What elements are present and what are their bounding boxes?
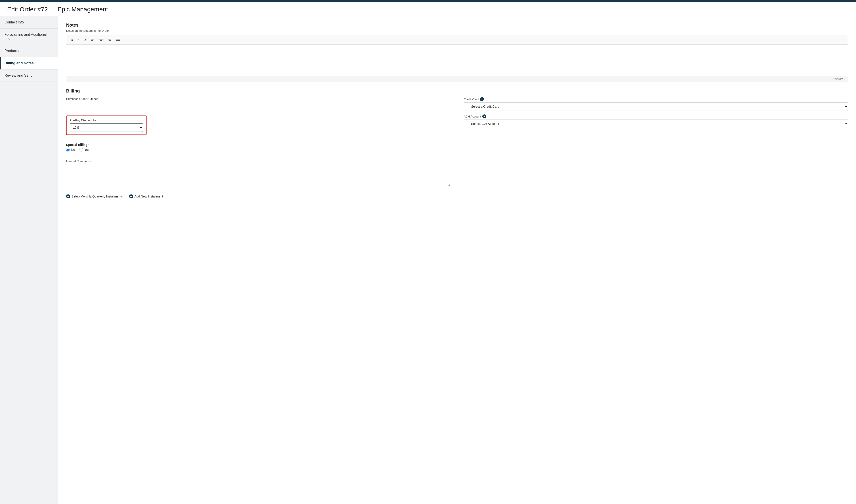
internal-comments-label: Internal Comments [66, 160, 450, 163]
justify-button[interactable] [114, 37, 122, 43]
sidebar: Contact Info Forecasting and Additional … [0, 16, 58, 504]
ach-select[interactable]: — Select ACH Account — [464, 120, 848, 128]
internal-comments-textarea[interactable] [66, 164, 450, 186]
word-count: Words: 0 [834, 77, 845, 80]
align-left-button[interactable] [89, 37, 96, 43]
rte-container: B I U [66, 35, 848, 82]
special-billing-radios: No Yes [66, 148, 450, 151]
top-bar [0, 0, 856, 2]
purchase-order-group: Purchase Order Number [66, 97, 450, 110]
svg-rect-5 [100, 39, 102, 39]
sidebar-item-review-send[interactable]: Review and Send [0, 70, 58, 82]
setup-installments-link[interactable]: + Setup Monthly/Quarterly Installments [66, 194, 123, 198]
purchase-order-input[interactable] [66, 102, 450, 110]
bold-button[interactable]: B [69, 37, 75, 43]
ach-account-group: ACH Account + — Select ACH Account — [464, 114, 848, 128]
add-installment-icon: + [129, 194, 133, 198]
sidebar-item-products[interactable]: Products [0, 45, 58, 57]
add-installment-link[interactable]: + Add New Installment [129, 194, 163, 198]
svg-rect-8 [108, 38, 111, 38]
credit-card-label-row: Credit Card + [464, 97, 848, 101]
content-area: Notes Notes on the Bottom of the Order B… [58, 16, 856, 504]
svg-rect-0 [91, 38, 94, 38]
notes-editor[interactable] [66, 45, 848, 76]
notes-section: Notes Notes on the Bottom of the Order B… [66, 22, 848, 82]
prepay-select[interactable]: 0% 5% 10% 15% 20% [70, 123, 143, 132]
prepay-group: Pre-Pay Discount % 0% 5% 10% 15% 20% [66, 115, 450, 135]
billing-right: Credit Card + — Select a Credit Card — A… [464, 97, 848, 198]
special-billing-label: Special Billing * [66, 143, 450, 147]
installments-row: + Setup Monthly/Quarterly Installments +… [66, 194, 450, 198]
billing-title: Billing [66, 88, 848, 94]
page-title-bar: Edit Order #72 — Epic Management [0, 2, 856, 16]
setup-installments-icon: + [66, 194, 70, 198]
ach-label-row: ACH Account + [464, 114, 848, 119]
purchase-order-label: Purchase Order Number [66, 97, 450, 101]
billing-grid: Purchase Order Number Pre-Pay Discount %… [66, 97, 848, 198]
add-installment-label: Add New Installment [135, 195, 163, 198]
radio-yes-text: Yes [85, 148, 90, 151]
add-ach-icon[interactable]: + [482, 114, 486, 119]
align-center-button[interactable] [97, 37, 105, 43]
svg-rect-3 [91, 40, 93, 41]
sidebar-item-forecasting[interactable]: Forecasting and Additional Info [0, 29, 58, 45]
main-layout: Contact Info Forecasting and Additional … [0, 16, 856, 504]
setup-installments-label: Setup Monthly/Quarterly Installments [71, 195, 123, 198]
italic-button[interactable]: I [76, 37, 81, 43]
credit-card-label: Credit Card [464, 97, 479, 101]
align-right-button[interactable] [106, 37, 113, 43]
billing-left: Purchase Order Number Pre-Pay Discount %… [66, 97, 450, 198]
page-title: Edit Order #72 — Epic Management [7, 6, 849, 13]
svg-rect-14 [116, 39, 120, 40]
svg-rect-11 [109, 40, 111, 41]
rte-toolbar: B I U [66, 35, 848, 45]
svg-rect-7 [100, 40, 102, 41]
prepay-label: Pre-Pay Discount % [70, 119, 143, 122]
underline-button[interactable]: U [82, 37, 88, 43]
radio-no-text: No [71, 148, 75, 151]
credit-card-select[interactable]: — Select a Credit Card — [464, 102, 848, 111]
svg-rect-15 [116, 40, 120, 41]
svg-rect-13 [116, 39, 120, 39]
sidebar-item-billing-notes[interactable]: Billing and Notes [0, 57, 58, 70]
radio-no[interactable] [66, 148, 70, 151]
svg-rect-9 [109, 39, 111, 39]
svg-rect-2 [91, 39, 94, 40]
credit-card-group: Credit Card + — Select a Credit Card — [464, 97, 848, 111]
billing-section: Billing Purchase Order Number Pre-Pay Di… [66, 88, 848, 198]
svg-rect-1 [91, 39, 93, 39]
radio-yes[interactable] [79, 148, 83, 151]
svg-rect-4 [99, 38, 103, 38]
radio-no-label[interactable]: No [66, 148, 75, 151]
notes-title: Notes [66, 22, 848, 28]
sidebar-item-contact-info[interactable]: Contact Info [0, 16, 58, 29]
notes-subtitle: Notes on the Bottom of the Order [66, 29, 848, 32]
rte-footer: Words: 0 [66, 76, 848, 82]
special-billing-group: Special Billing * No Yes [66, 143, 450, 151]
svg-rect-10 [108, 39, 111, 40]
radio-yes-label[interactable]: Yes [79, 148, 90, 151]
svg-rect-12 [116, 38, 120, 38]
svg-rect-6 [99, 39, 103, 40]
internal-comments-group: Internal Comments [66, 160, 450, 187]
ach-label: ACH Account [464, 115, 481, 118]
prepay-highlighted: Pre-Pay Discount % 0% 5% 10% 15% 20% [66, 115, 146, 135]
add-credit-card-icon[interactable]: + [480, 97, 484, 101]
